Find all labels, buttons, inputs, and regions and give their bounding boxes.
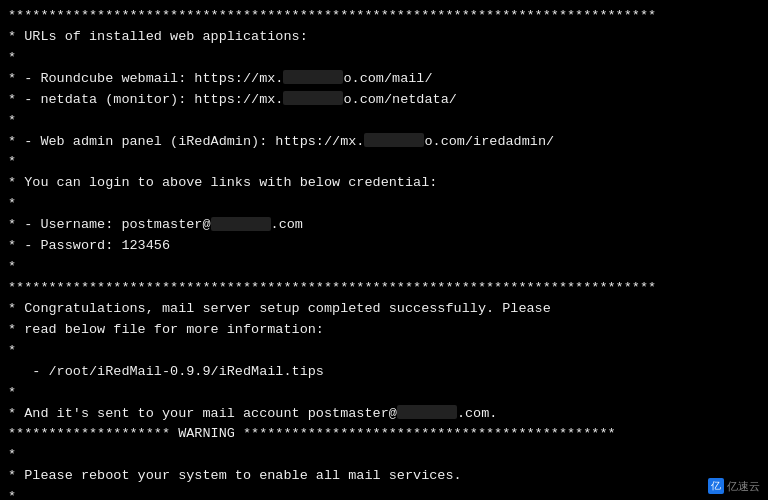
redacted-postmaster-domain	[397, 405, 457, 419]
watermark: 亿 亿速云	[708, 478, 760, 494]
logo-icon: 亿	[708, 478, 724, 494]
blank-line-6: *	[8, 341, 760, 362]
netdata-line: * - netdata (monitor): https://mx. o.com…	[8, 90, 760, 111]
redacted-domain-3	[364, 133, 424, 147]
urls-header-line: * URLs of installed web applications:	[8, 27, 760, 48]
divider-line-2: ****************************************…	[8, 278, 760, 299]
sent-info-line: * And it's sent to your mail account pos…	[8, 404, 760, 425]
blank-line-5: *	[8, 257, 760, 278]
redacted-domain-2	[283, 91, 343, 105]
redacted-domain-1	[283, 70, 343, 84]
blank-line-8: *	[8, 445, 760, 466]
divider-line-1: ****************************************…	[8, 6, 760, 27]
blank-line-2: *	[8, 111, 760, 132]
blank-line-7: *	[8, 383, 760, 404]
login-info-line: * You can login to above links with belo…	[8, 173, 760, 194]
password-line: * - Password: 123456	[8, 236, 760, 257]
blank-line-3: *	[8, 152, 760, 173]
iredadmin-line: * - Web admin panel (iRedAdmin): https:/…	[8, 132, 760, 153]
warning-line: ******************** WARNING ***********…	[8, 424, 760, 445]
username-line: * - Username: postmaster@ .com	[8, 215, 760, 236]
reboot-line: * Please reboot your system to enable al…	[8, 466, 760, 487]
blank-line-4: *	[8, 194, 760, 215]
blank-line-1: *	[8, 48, 760, 69]
roundcube-line: * - Roundcube webmail: https://mx. o.com…	[8, 69, 760, 90]
terminal: ****************************************…	[0, 0, 768, 500]
tips-file-line: - /root/iRedMail-0.9.9/iRedMail.tips	[8, 362, 760, 383]
watermark-logo: 亿 亿速云	[708, 478, 760, 494]
blank-line-9: *	[8, 487, 760, 500]
watermark-text: 亿速云	[727, 479, 760, 494]
congrats-line: * Congratulations, mail server setup com…	[8, 299, 760, 320]
read-below-line: * read below file for more information:	[8, 320, 760, 341]
redacted-username-domain	[211, 217, 271, 231]
